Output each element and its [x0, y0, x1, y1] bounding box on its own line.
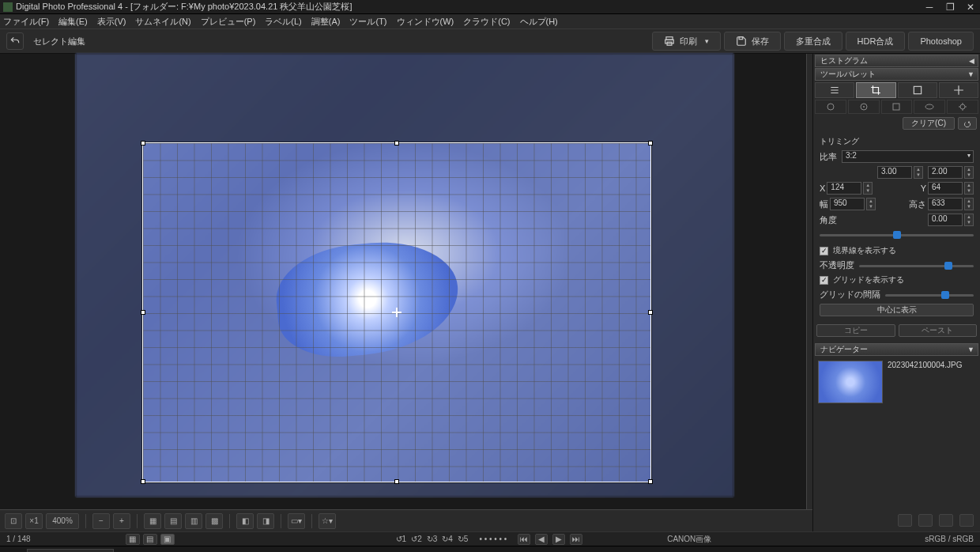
taskbar-store[interactable]: 🛍 — [199, 549, 217, 553]
screen-icon-2[interactable] — [918, 514, 933, 527]
menu-cloud[interactable]: クラウド(C) — [463, 16, 510, 28]
nav-prev-button[interactable]: ◀ — [535, 534, 548, 545]
rotate-5[interactable]: ↻5 — [458, 535, 469, 543]
split-v-button[interactable]: ▥ — [185, 513, 202, 529]
zoom-1x-button[interactable]: ×1 — [25, 513, 43, 529]
crop-handle-bl[interactable] — [141, 479, 145, 484]
info-button[interactable]: ▭▾ — [288, 513, 305, 529]
x-input[interactable]: 124 — [827, 182, 861, 195]
zoom-level-button[interactable]: 400% — [46, 513, 79, 529]
crop-handle-mr[interactable] — [648, 310, 653, 315]
sub-tab-5[interactable] — [947, 100, 978, 114]
ratio-w-spinner[interactable]: ▲▼ — [914, 166, 923, 179]
sub-tab-1[interactable] — [815, 100, 846, 114]
back-button[interactable] — [6, 32, 24, 50]
hdr-button[interactable]: HDR合成 — [846, 32, 906, 51]
navigator-header[interactable]: ナビゲーター ▼ — [815, 343, 978, 356]
height-input[interactable]: 633 — [928, 198, 963, 210]
angle-spinner[interactable]: ▲▼ — [964, 214, 974, 226]
sub-tab-4[interactable] — [914, 100, 945, 114]
fit-button[interactable]: ⊡ — [5, 513, 22, 529]
angle-slider[interactable] — [820, 229, 974, 240]
ratio-h-input[interactable]: 2.00 — [928, 166, 963, 179]
show-grid-checkbox[interactable]: ✓ — [820, 276, 828, 285]
tool-tab-dust[interactable] — [939, 82, 978, 98]
taskbar-search[interactable]: 🔍 検索 — [27, 549, 114, 553]
canvas-area[interactable] — [0, 54, 806, 509]
close-button[interactable]: ✕ — [964, 2, 977, 13]
menu-file[interactable]: ファイル(F) — [3, 16, 49, 28]
crop-box[interactable] — [142, 142, 651, 482]
x-spinner[interactable]: ▲▼ — [863, 182, 873, 195]
tool-tab-lens[interactable] — [898, 82, 937, 98]
taskbar-app-4[interactable]: ▣ — [281, 549, 299, 553]
histogram-header[interactable]: ヒストグラム ◀ — [815, 55, 978, 67]
multi-composite-button[interactable]: 多重合成 — [784, 32, 842, 51]
start-button[interactable] — [3, 549, 24, 553]
screen-icon-3[interactable] — [939, 514, 953, 527]
grid-spacing-slider[interactable] — [885, 289, 974, 301]
camera-icon[interactable] — [959, 514, 974, 527]
nav-next-button[interactable]: ▶ — [552, 534, 565, 545]
zoom-in-button[interactable]: + — [113, 513, 130, 529]
save-button[interactable]: 保存 — [724, 32, 781, 51]
rotate-1[interactable]: ↺1 — [396, 535, 407, 543]
ratio-h-spinner[interactable]: ▲▼ — [964, 166, 974, 179]
maximize-button[interactable]: ❐ — [944, 2, 956, 13]
y-spinner[interactable]: ▲▼ — [964, 182, 974, 195]
taskbar-app-2[interactable]: 👥 — [138, 549, 155, 553]
navigator-thumbnail[interactable] — [818, 361, 883, 403]
paste-button[interactable]: ペースト — [899, 324, 978, 337]
copy-button[interactable]: コピー — [816, 324, 895, 337]
show-border-checkbox[interactable]: ✓ — [820, 247, 828, 255]
menu-preview[interactable]: プレビュー(P) — [201, 16, 256, 28]
crop-handle-ml[interactable] — [141, 310, 145, 315]
opacity-slider[interactable] — [859, 260, 974, 271]
view-grid-button[interactable]: ▦ — [126, 534, 140, 545]
center-button[interactable]: 中心に表示 — [820, 304, 974, 316]
split-h-button[interactable]: ▤ — [164, 513, 182, 529]
nav-last-button[interactable]: ⏭ — [570, 534, 582, 545]
sub-tab-2[interactable] — [848, 100, 880, 114]
angle-input[interactable]: 0.00 — [928, 214, 963, 226]
compare2-button[interactable]: ◨ — [257, 513, 274, 529]
compare-button[interactable]: ◧ — [236, 513, 254, 529]
taskbar-app-3[interactable]: ▣ — [240, 549, 258, 553]
view-list-button[interactable]: ▤ — [143, 534, 157, 545]
menu-window[interactable]: ウィンドウ(W) — [397, 16, 454, 28]
taskbar-dpp[interactable]: ▣ — [261, 549, 278, 553]
tool-palette-header[interactable]: ツールパレット ▼ — [815, 68, 978, 81]
minimize-button[interactable]: ─ — [923, 2, 936, 13]
crop-handle-br[interactable] — [648, 479, 653, 484]
rotate-2[interactable]: ↺2 — [411, 535, 422, 543]
ratio-select[interactable]: 3:2 — [842, 150, 974, 163]
menu-thumbnail[interactable]: サムネイル(N) — [135, 16, 190, 28]
rating-button[interactable]: ☆▾ — [318, 513, 336, 529]
menu-help[interactable]: ヘルプ(H) — [520, 16, 558, 28]
nav-first-button[interactable]: ⏮ — [518, 534, 530, 545]
rotate-3[interactable]: ↻3 — [427, 535, 438, 543]
grid-view-button[interactable]: ▦ — [144, 513, 161, 529]
photoshop-button[interactable]: Photoshop — [908, 32, 974, 51]
taskbar-app-1[interactable]: 👤 — [117, 549, 134, 553]
taskbar-edge[interactable]: 🌐 — [220, 549, 237, 553]
menu-tool[interactable]: ツール(T) — [349, 16, 386, 28]
taskbar-taskview[interactable]: ▭ — [158, 549, 175, 553]
width-spinner[interactable]: ▲▼ — [866, 198, 876, 210]
crop-handle-tr[interactable] — [648, 141, 653, 146]
menu-edit[interactable]: 編集(E) — [58, 16, 88, 28]
menu-adjust[interactable]: 調整(A) — [311, 16, 341, 28]
crop-center-icon[interactable] — [392, 308, 401, 317]
tool-tab-adjust[interactable] — [815, 82, 854, 98]
panel-edge[interactable] — [806, 54, 812, 509]
crop-handle-bm[interactable] — [394, 479, 399, 484]
crop-handle-tl[interactable] — [141, 141, 145, 146]
screen-icon-1[interactable] — [898, 514, 912, 527]
taskbar-explorer[interactable]: 📁 — [179, 549, 196, 553]
print-button[interactable]: 印刷 — [652, 32, 721, 51]
clear-button[interactable]: クリア(C) — [903, 117, 955, 130]
rotate-4[interactable]: ↻4 — [442, 535, 453, 543]
zoom-out-button[interactable]: − — [92, 513, 110, 529]
y-input[interactable]: 64 — [928, 182, 963, 195]
crop-handle-tm[interactable] — [394, 141, 399, 146]
